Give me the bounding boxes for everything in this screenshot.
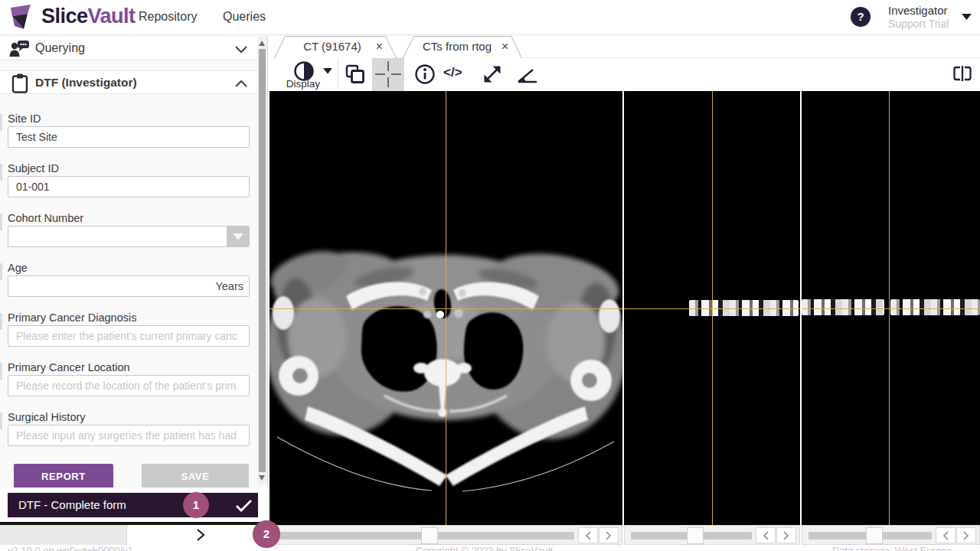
code-tool-icon[interactable]: </> bbox=[443, 65, 462, 80]
scroll-right-button[interactable] bbox=[599, 527, 619, 543]
tab-cts-from-rtog[interactable]: CTs from rtog ... × bbox=[403, 36, 522, 58]
field-subject-id: Subject ID bbox=[0, 162, 257, 201]
subject-id-label: Subject ID bbox=[8, 162, 59, 174]
close-icon[interactable]: × bbox=[501, 36, 508, 57]
task-item-dtf[interactable]: DTF - Complete form 1 bbox=[8, 493, 258, 517]
querying-icon bbox=[9, 40, 31, 58]
age-input[interactable] bbox=[8, 276, 250, 297]
viewer-toolbar: Display </> bbox=[270, 58, 980, 91]
field-tick bbox=[0, 313, 2, 330]
pager-next-button[interactable] bbox=[195, 528, 206, 542]
crosshair-horizontal-line bbox=[802, 308, 980, 309]
section-querying-label: Querying bbox=[35, 41, 85, 55]
cohort-dropdown-button[interactable] bbox=[227, 227, 249, 246]
scroll-left-button[interactable] bbox=[578, 527, 598, 543]
footer-version: v3.10.0 on wn0sdwk0000/v1 bbox=[8, 545, 133, 551]
scroll-left-button[interactable] bbox=[756, 527, 776, 543]
top-nav: SliceVault Repository Queries ? Investig… bbox=[0, 0, 980, 35]
divider bbox=[0, 522, 268, 525]
user-menu-caret-icon[interactable] bbox=[962, 14, 972, 20]
split-view-icon[interactable] bbox=[951, 64, 974, 83]
field-tick bbox=[0, 363, 2, 380]
slicevault-app: { "header": { "brand": { "part1": "Slice… bbox=[0, 0, 980, 551]
field-tick bbox=[0, 114, 2, 131]
site-id-label: Site ID bbox=[8, 112, 41, 125]
cohort-label: Cohort Number bbox=[8, 212, 83, 224]
section-dtf[interactable]: DTF (Investigator) bbox=[0, 70, 257, 94]
surgical-history-label: Surgical History bbox=[8, 411, 86, 423]
scrollbar-thumb[interactable] bbox=[421, 527, 438, 544]
cohort-select[interactable] bbox=[8, 226, 250, 247]
scroll-down-icon[interactable] bbox=[259, 475, 265, 481]
footer-data-storage: Data storage: West Europe bbox=[832, 545, 952, 551]
age-label: Age bbox=[8, 262, 28, 274]
clipboard-icon bbox=[11, 73, 28, 93]
field-surgical-history: Surgical History bbox=[0, 411, 257, 449]
scroll-up-icon[interactable] bbox=[259, 41, 265, 46]
field-tick bbox=[0, 164, 2, 181]
sidebar-scrollbar[interactable] bbox=[257, 37, 267, 484]
tab-label: CT (91674) bbox=[294, 36, 371, 57]
info-icon[interactable] bbox=[414, 64, 436, 85]
scroll-right-button[interactable] bbox=[776, 527, 796, 543]
subject-id-input[interactable] bbox=[8, 176, 250, 197]
site-id-input[interactable] bbox=[8, 126, 250, 148]
dropdown-triangle-icon bbox=[233, 233, 243, 240]
display-label[interactable]: Display bbox=[277, 78, 329, 90]
sidebar: Querying DTF (Investigator) Site ID Subj… bbox=[0, 35, 268, 487]
slice-scrollbar-coronal[interactable] bbox=[624, 525, 800, 545]
chevron-up-icon[interactable] bbox=[234, 80, 248, 88]
scrollbar-thumb[interactable] bbox=[866, 527, 883, 544]
field-cohort: Cohort Number bbox=[0, 212, 257, 250]
primary-cancer-location-input[interactable] bbox=[8, 375, 250, 396]
viewport-mpr-sagittal[interactable] bbox=[802, 91, 980, 525]
slice-scrollbar-axial[interactable] bbox=[270, 525, 622, 545]
section-querying[interactable]: Querying bbox=[0, 37, 257, 60]
surgical-history-input[interactable] bbox=[8, 425, 250, 446]
check-icon bbox=[235, 499, 253, 512]
slice-scrollbar-sagittal[interactable] bbox=[802, 525, 980, 545]
sidebar-scrollbar-thumb[interactable] bbox=[259, 49, 266, 472]
form-pager bbox=[0, 525, 268, 545]
tab-ct-91674[interactable]: CT (91674) × bbox=[274, 36, 397, 58]
age-unit: Years bbox=[215, 280, 243, 292]
field-tick bbox=[0, 263, 2, 280]
primary-cancer-diagnosis-label: Primary Cancer Diagnosis bbox=[8, 311, 136, 324]
toolbar-separator bbox=[338, 60, 338, 89]
field-primary-cancer-location: Primary Cancer Location bbox=[0, 361, 257, 399]
chevron-down-icon[interactable] bbox=[234, 45, 248, 54]
viewport-mpr-coronal[interactable] bbox=[624, 91, 800, 525]
slicevault-logo-icon[interactable] bbox=[8, 3, 37, 32]
scroll-left-button[interactable] bbox=[936, 527, 956, 543]
save-button[interactable]: SAVE bbox=[142, 464, 249, 487]
copy-layout-icon[interactable] bbox=[345, 64, 366, 85]
display-dropdown-caret-icon[interactable] bbox=[323, 68, 332, 74]
mpr-image-strip bbox=[802, 299, 884, 315]
task-label: DTF - Complete form bbox=[18, 493, 126, 517]
crosshair-tool-button[interactable] bbox=[372, 56, 404, 91]
help-icon[interactable]: ? bbox=[851, 7, 871, 27]
chevron-left-icon bbox=[762, 530, 769, 541]
chevron-right-icon bbox=[782, 530, 790, 541]
chevron-right-icon bbox=[605, 530, 612, 541]
crosshair-horizontal-line bbox=[270, 308, 622, 309]
user-role[interactable]: Investigator bbox=[888, 4, 948, 17]
field-tick bbox=[0, 412, 2, 429]
nav-queries[interactable]: Queries bbox=[223, 10, 266, 24]
task-step-badge: 1 bbox=[183, 492, 209, 518]
chevron-left-icon bbox=[584, 530, 592, 541]
brand-title[interactable]: SliceVault bbox=[41, 5, 136, 28]
measure-distance-icon[interactable] bbox=[482, 64, 503, 85]
nav-repository[interactable]: Repository bbox=[139, 10, 197, 24]
field-primary-cancer-diagnosis: Primary Cancer Diagnosis bbox=[0, 311, 257, 350]
primary-cancer-diagnosis-input[interactable] bbox=[8, 325, 250, 347]
crosshair-icon bbox=[374, 60, 402, 88]
scroll-right-button[interactable] bbox=[956, 527, 976, 543]
close-icon[interactable]: × bbox=[376, 36, 383, 57]
report-button[interactable]: REPORT bbox=[14, 464, 113, 487]
scrollbar-thumb[interactable] bbox=[687, 527, 704, 544]
viewport-axial[interactable] bbox=[270, 91, 622, 525]
angle-tool-icon[interactable] bbox=[516, 65, 539, 85]
brand-part2: Vault bbox=[88, 5, 136, 28]
field-age: Age Years bbox=[0, 262, 257, 300]
